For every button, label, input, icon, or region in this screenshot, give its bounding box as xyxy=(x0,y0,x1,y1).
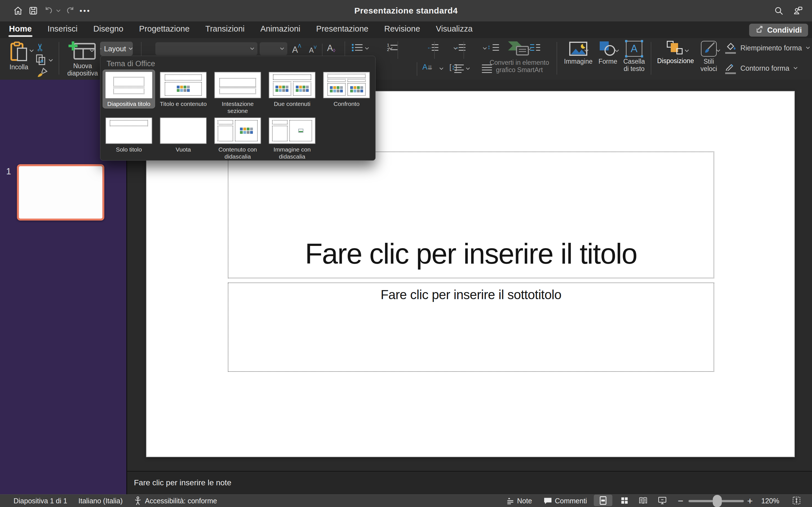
zoom-slider[interactable] xyxy=(689,495,744,507)
line-spacing-chevron-icon[interactable] xyxy=(453,47,458,50)
copy-chevron-icon[interactable] xyxy=(49,59,53,62)
slideshow-button[interactable] xyxy=(653,495,672,506)
font-size-select[interactable] xyxy=(260,42,287,55)
notes-toggle[interactable]: Note xyxy=(506,495,532,507)
arrange-label: Disposizione xyxy=(656,57,695,64)
text-box-label: Casella di testo xyxy=(622,58,646,72)
tab-presentazione[interactable]: Presentazione xyxy=(315,22,369,38)
shapes-label: Forme xyxy=(597,58,619,65)
paste-chevron-icon[interactable] xyxy=(29,49,34,52)
status-bar: Diapositiva 1 di 1 Italiano (Italia) Acc… xyxy=(0,494,812,507)
layout-item-label: Contenuto con didascalia xyxy=(211,146,264,160)
language-selector[interactable]: Italiano (Italia) xyxy=(79,495,123,507)
text-direction-chevron-icon[interactable] xyxy=(439,67,444,70)
new-slide-label: Nuova diapositiva xyxy=(64,62,101,77)
tab-disegno[interactable]: Disegno xyxy=(93,22,124,38)
arrange-chevron-icon[interactable] xyxy=(684,49,689,52)
shapes-button[interactable]: Forme xyxy=(597,41,619,65)
picture-chevron-icon[interactable] xyxy=(584,49,589,52)
increase-font-icon[interactable]: Aᐱ xyxy=(292,43,301,55)
new-slide-button[interactable]: Nuova diapositiva xyxy=(64,41,101,77)
layout-item-label: Titolo e contenuto xyxy=(157,100,209,107)
layout-thumbnail xyxy=(105,72,152,98)
layout-item-title[interactable]: Diapositiva titolo xyxy=(103,69,155,108)
new-slide-chevron-icon[interactable] xyxy=(90,49,94,52)
layout-thumbnail xyxy=(105,117,152,144)
shapes-chevron-icon[interactable] xyxy=(615,49,619,52)
layout-item-blank[interactable]: Vuota xyxy=(157,115,209,154)
layout-item-title-content[interactable]: Titolo e contenuto xyxy=(157,69,209,108)
numbering-chevron-icon[interactable] xyxy=(389,47,393,50)
decrease-indent-icon[interactable]: ← xyxy=(428,44,439,52)
layout-item-section[interactable]: Intestazione sezione xyxy=(211,69,264,115)
zoom-in-button[interactable]: + xyxy=(747,495,753,507)
normal-view-button[interactable] xyxy=(594,495,612,506)
bullets-icon[interactable] xyxy=(352,44,363,52)
layout-item-label: Solo titolo xyxy=(103,146,155,153)
reading-view-icon xyxy=(639,497,648,504)
layout-item-content-caption[interactable]: Contenuto con didascalia xyxy=(211,115,264,161)
layout-item-picture-caption[interactable]: Immagine con didascalia xyxy=(266,115,318,161)
layout-item-label: Intestazione sezione xyxy=(211,100,264,114)
font-name-select[interactable] xyxy=(155,42,257,55)
align-text-vertical-icon[interactable]: [↕] xyxy=(449,63,457,71)
fit-to-window-button[interactable] xyxy=(787,495,806,506)
bullets-chevron-icon[interactable] xyxy=(365,47,369,50)
titlebar: ••• Presentazione standard4 xyxy=(0,0,812,21)
quick-styles-button[interactable]: Stili veloci xyxy=(697,41,721,72)
comments-toggle[interactable]: Commenti xyxy=(544,495,587,507)
slide-thumbnail-1[interactable] xyxy=(17,164,104,221)
zoom-out-button[interactable]: − xyxy=(678,495,683,507)
layout-item-two-content[interactable]: Due contenuti xyxy=(266,69,318,108)
share-button[interactable]: Condividi xyxy=(749,24,808,37)
search-icon[interactable] xyxy=(774,6,784,16)
slide-sorter-view-button[interactable] xyxy=(615,495,634,506)
tab-visualizza[interactable]: Visualizza xyxy=(435,22,473,38)
tab-inserisci[interactable]: Inserisci xyxy=(47,22,78,38)
subtitle-placeholder-text: Fare clic per inserire il sottotitolo xyxy=(380,287,561,302)
layout-label: Layout xyxy=(104,45,126,53)
zoom-level[interactable]: 120% xyxy=(761,495,779,507)
subtitle-placeholder[interactable]: Fare clic per inserire il sottotitolo xyxy=(228,283,714,372)
layout-menu-header: Tema di Office xyxy=(107,59,155,68)
paste-button[interactable]: Incolla xyxy=(7,41,31,71)
decrease-font-icon[interactable]: Aᐯ xyxy=(309,45,317,54)
shape-fill-button[interactable]: Riempimento forma xyxy=(725,42,810,54)
tab-home[interactable]: Home xyxy=(8,22,33,38)
clear-formatting-icon[interactable]: A◊ xyxy=(327,43,335,54)
format-painter-icon[interactable] xyxy=(36,67,49,78)
align-text-chevron-icon[interactable] xyxy=(466,67,470,70)
tab-progettazione[interactable]: Progettazione xyxy=(139,22,190,38)
slide-sorter-icon xyxy=(620,497,628,504)
layout-button[interactable]: Layout xyxy=(100,42,133,56)
shape-outline-label: Contorno forma xyxy=(741,64,790,72)
title-placeholder[interactable]: Fare clic per inserire il titolo xyxy=(228,152,714,278)
slide-counter: Diapositiva 1 di 1 xyxy=(13,495,67,507)
cut-icon[interactable]: ✂ xyxy=(35,43,46,52)
presence-feedback-icon[interactable] xyxy=(793,6,803,16)
layout-item-label: Due contenuti xyxy=(266,100,318,107)
layout-item-comparison[interactable]: Confronto xyxy=(320,69,373,108)
tab-revisione[interactable]: Revisione xyxy=(384,22,421,38)
smartart-chevron-icon[interactable] xyxy=(527,48,532,50)
arrange-button[interactable]: Disposizione xyxy=(656,41,695,64)
text-box-button[interactable]: A Casella di testo xyxy=(622,41,646,72)
reading-view-button[interactable] xyxy=(634,495,652,506)
quick-styles-chevron-icon[interactable] xyxy=(716,49,721,52)
layout-item-title-only[interactable]: Solo titolo xyxy=(103,115,155,154)
tab-transizioni[interactable]: Transizioni xyxy=(205,22,245,38)
zoom-slider-knob[interactable] xyxy=(713,495,722,507)
convert-smartart-button[interactable]: Converti in elemento grafico SmartArt xyxy=(486,40,553,73)
notes-pane[interactable]: Fare clic per inserire le note xyxy=(127,471,812,494)
layout-thumbnail xyxy=(160,72,207,98)
picture-label: Immagine xyxy=(563,58,594,65)
ribbon-tabs: HomeInserisciDisegnoProgettazioneTransiz… xyxy=(8,21,473,38)
picture-button[interactable]: Immagine xyxy=(563,41,594,65)
copy-icon[interactable] xyxy=(36,54,47,67)
title-placeholder-text: Fare clic per inserire il titolo xyxy=(305,237,637,270)
accessibility-status[interactable]: Accessibilità: conforme xyxy=(134,495,217,507)
ribbon-tab-row: HomeInserisciDisegnoProgettazioneTransiz… xyxy=(0,21,812,38)
shape-outline-button[interactable]: Contorno forma xyxy=(725,62,798,74)
tab-animazioni[interactable]: Animazioni xyxy=(260,22,301,38)
text-direction-icon[interactable]: A⇊ xyxy=(422,63,433,71)
